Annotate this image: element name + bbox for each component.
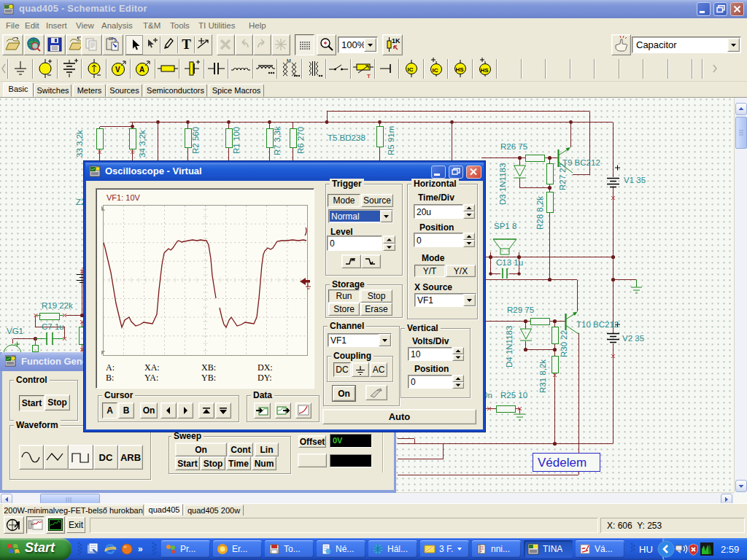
- svg-text:B:: B:: [106, 373, 114, 383]
- svg-text:T5 BD238: T5 BD238: [328, 133, 365, 142]
- svg-text:R7 3,3k: R7 3,3k: [273, 126, 282, 155]
- svg-text:R29 75: R29 75: [507, 306, 534, 314]
- svg-text:34 3,2k: 34 3,2k: [138, 130, 147, 158]
- svg-text:1K: 1K: [392, 37, 400, 44]
- svg-text:SP1 8: SP1 8: [494, 222, 516, 230]
- svg-text:T10 BC212: T10 BC212: [576, 320, 619, 329]
- svg-text:D4 1N1183: D4 1N1183: [505, 326, 514, 368]
- svg-text:R5 91m: R5 91m: [387, 126, 395, 155]
- svg-text:DX:: DX:: [258, 362, 273, 373]
- svg-text:R30 22: R30 22: [560, 330, 568, 357]
- svg-text:YA:: YA:: [144, 373, 158, 383]
- svg-text:XB:: XB:: [201, 362, 216, 373]
- svg-text:T: T: [367, 73, 371, 79]
- svg-text:R19 22k: R19 22k: [42, 301, 73, 310]
- svg-text:D3 1N1183: D3 1N1183: [498, 163, 507, 205]
- svg-text:T9 BC212: T9 BC212: [562, 158, 600, 167]
- svg-text:HS: HS: [481, 67, 489, 74]
- svg-text:R31 8,2k: R31 8,2k: [538, 359, 547, 393]
- svg-text:DY:: DY:: [258, 373, 272, 383]
- svg-text:R25 10: R25 10: [500, 391, 527, 400]
- svg-text:R6 270: R6 270: [296, 127, 305, 154]
- svg-text:V2 35: V2 35: [622, 334, 644, 343]
- svg-text:XA:: XA:: [144, 362, 160, 373]
- svg-text:V1 35: V1 35: [624, 176, 646, 184]
- svg-text:YB:: YB:: [201, 373, 216, 383]
- svg-text:V: V: [115, 66, 120, 74]
- svg-text:C7 1u: C7 1u: [42, 322, 64, 331]
- svg-text:A:: A:: [106, 362, 115, 373]
- svg-text:IC: IC: [408, 66, 414, 73]
- svg-text:IC: IC: [433, 67, 438, 74]
- svg-text:R1 100: R1 100: [232, 127, 241, 154]
- svg-text:C13 1u: C13 1u: [496, 258, 523, 267]
- svg-text:A: A: [139, 66, 144, 74]
- svg-text:33 3,2k: 33 3,2k: [75, 130, 84, 158]
- svg-text:Védelem: Védelem: [538, 456, 587, 470]
- svg-text:R26 75: R26 75: [500, 142, 527, 151]
- svg-text:R27 22: R27 22: [558, 163, 567, 190]
- svg-text:R28 8,2k: R28 8,2k: [535, 196, 544, 230]
- svg-text:VF1: 10V: VF1: 10V: [107, 193, 141, 202]
- svg-text:HS: HS: [456, 66, 465, 73]
- svg-text:VG1: VG1: [7, 327, 23, 335]
- svg-text:R2 560: R2 560: [191, 127, 200, 154]
